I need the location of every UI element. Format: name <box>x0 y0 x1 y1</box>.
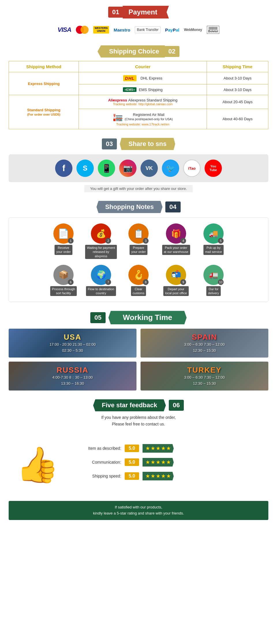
ems-courier-cell: ≡EMS≡ EMS Shipping <box>79 84 207 95</box>
step-2-label: Waiting for paymentreleased by alixpress <box>85 245 117 259</box>
turkey-times: 3:00 – 6:30 7:30 – 12:0012:30 – 15:30 <box>184 375 225 387</box>
shipping-rating-stars: ★ ★ ★ ★ ★ <box>143 472 174 480</box>
dhl-courier-cell: DHL DHL Express <box>79 72 207 84</box>
comm-rating-stars: ★ ★ ★ ★ ★ <box>143 458 174 467</box>
table-row: Express Shipping DHL DHL Express About 3… <box>9 72 268 84</box>
notes-header: Shopping Notes 04 <box>9 201 268 213</box>
payment-section-num: 01 <box>108 7 123 18</box>
facebook-icon[interactable]: f <box>55 160 72 177</box>
russia-overlay: RUSSIA 4:00-7:30 8：30 – 13:0013:30 – 16:… <box>52 366 93 387</box>
usa-card: USA 17:00 - 20:30 21:30 – 02:0002:30 – 5… <box>9 329 136 358</box>
bank-transfer-logo: Bank Transfer <box>135 26 160 33</box>
list-item: 🚚 5 Pck up bymail service <box>198 223 229 259</box>
item-rating-score: 5.0 <box>125 445 139 452</box>
share-header: 03 Share to sns <box>9 138 268 150</box>
share-section-num: 03 <box>102 138 117 149</box>
step-9-icon: 📬 9 <box>166 265 186 285</box>
spain-times: 3:00 – 6:30 7:30 – 12:0012:30 – 15:30 <box>184 342 225 354</box>
ems-logo: ≡EMS≡ <box>123 87 136 92</box>
social-icons-row: f S 📱 📷 VK 🐦 iTao YouTube <box>9 154 268 182</box>
step-7-label: Flow to destinationcountry <box>86 286 116 296</box>
turkey-overlay: TURKEY 3:00 – 6:30 7:30 – 12:0012:30 – 1… <box>184 366 225 387</box>
list-item: 💰 2 Waiting for paymentreleased by alixp… <box>85 223 117 259</box>
turkey-name: TURKEY <box>184 366 225 375</box>
ali-courier-cell: Aliexpress Aliexpress Standard Shipping … <box>79 95 207 109</box>
comm-rating-score: 5.0 <box>125 458 139 466</box>
step-7-icon: 🌍 7 <box>91 265 111 285</box>
step-6-label: Process throughsort facility <box>50 286 77 296</box>
shopping-notes-section: Shopping Notes 04 📄 1 Receiveyour order … <box>0 198 277 308</box>
maestro-logo: Maestro <box>114 27 130 32</box>
notes-row-2: 📦 6 Process throughsort facility 🌍 7 Flo… <box>15 265 262 296</box>
shipping-rating-label: Shipping speed: <box>75 474 121 478</box>
col-courier: Courier <box>79 61 207 72</box>
instagram-icon[interactable]: 📷 <box>119 160 136 177</box>
step-5-label: Pck up bymail service <box>203 245 224 255</box>
western-union-logo: WESTERNUNION <box>93 26 109 34</box>
rating-row-comm: Communication: 5.0 ★ ★ ★ ★ ★ <box>75 458 268 467</box>
notes-title: Shopping Notes <box>96 201 162 213</box>
step-5-icon: 🚚 5 <box>203 223 224 244</box>
list-item: 🎁 4 Pack your orderat our warehouse <box>160 223 192 259</box>
notes-row-1: 📄 1 Receiveyour order 💰 2 Waiting for pa… <box>15 223 262 259</box>
worktime-title: Working Time <box>108 311 187 324</box>
shipping-header: Shipping Choice 02 <box>9 45 268 58</box>
dhl-time: About 3-10 Days <box>207 72 268 84</box>
shipping-rating-score: 5.0 <box>125 472 139 480</box>
airmail-courier-cell: 🏣 Registered Air Mail(China post/epacket… <box>79 109 207 129</box>
step-3-label: Prepareyour order <box>130 245 147 255</box>
usa-times: 17:00 - 20:30 21:30 – 02:0002:30 – 5:30 <box>50 342 96 354</box>
step-8-label: Clearcustoms <box>131 286 146 296</box>
step-1-label: Receiveyour order <box>55 245 72 255</box>
ems-name: EMS Shipping <box>139 88 162 92</box>
table-row: Standard Shipping(For order over USD5) A… <box>9 95 268 109</box>
step-1-icon: 📄 1 <box>53 223 74 244</box>
step-10-icon: 🚛 10 <box>203 265 224 285</box>
worktime-section-num: 05 <box>90 312 105 323</box>
feedback-section-num: 06 <box>169 400 184 411</box>
ali-time: About 20-45 Days <box>207 95 268 109</box>
step-2-icon: 💰 2 <box>91 223 111 244</box>
youtube-icon[interactable]: YouTube <box>205 160 222 177</box>
usa-overlay: USA 17:00 - 20:30 21:30 – 02:0002:30 – 5… <box>50 333 96 354</box>
notes-box: 📄 1 Receiveyour order 💰 2 Waiting for pa… <box>9 217 268 302</box>
mastercard-logo <box>76 26 89 34</box>
item-rating-stars: ★ ★ ★ ★ ★ <box>143 444 174 453</box>
vk-icon[interactable]: VK <box>141 160 158 177</box>
feedback-footer: If satisfied with our products, kindly l… <box>9 501 268 520</box>
thumbs-up-image: 👍 <box>9 433 66 497</box>
ratings-area: Item as described: 5.0 ★ ★ ★ ★ ★ Communi… <box>75 444 268 486</box>
russia-name: RUSSIA <box>52 366 93 375</box>
turkey-card: TURKEY 3:00 – 6:30 7:30 – 12:0012:30 – 1… <box>141 362 268 391</box>
airmail-tracking: Tracking website: www.17track.net/en <box>116 123 169 126</box>
whatsapp-icon[interactable]: 📱 <box>98 160 115 177</box>
feedback-header: Five star feedback 06 <box>9 399 268 411</box>
russia-card: RUSSIA 4:00-7:30 8：30 – 13:0013:30 – 16:… <box>9 362 136 391</box>
skype-icon[interactable]: S <box>76 160 94 177</box>
payment-title: Payment <box>123 6 169 18</box>
payment-section: 01 Payment VISA WESTERNUNION Maestro Ban… <box>0 0 277 42</box>
col-shipping-time: Shipping Time <box>207 61 268 72</box>
comm-rating-label: Communication: <box>75 460 121 465</box>
list-item: 🚛 10 Our fordelivery <box>198 265 229 296</box>
itao-icon[interactable]: iTao <box>183 160 201 177</box>
rating-row-item: Item as described: 5.0 ★ ★ ★ ★ ★ <box>75 444 268 453</box>
share-title: Share to sns <box>120 138 175 150</box>
shipping-title: Shipping Choice <box>98 45 165 58</box>
feedback-subtitle: If you have any problems about the order… <box>9 414 268 427</box>
twitter-icon[interactable]: 🐦 <box>162 160 179 177</box>
boletol-logo: |||||||||||Boletol <box>207 26 220 34</box>
list-item: 🪝 8 Clearcustoms <box>123 265 154 296</box>
spain-card: SPAIN 3:00 – 6:30 7:30 – 12:0012:30 – 15… <box>141 329 268 358</box>
shipping-section: Shipping Choice 02 Shipping Method Couri… <box>0 42 277 135</box>
ali-logo: Aliexpress <box>108 98 127 102</box>
ali-shipping-name: Aliexpress Standard Shipping <box>128 98 178 102</box>
rating-row-shipping: Shipping speed: 5.0 ★ ★ ★ ★ ★ <box>75 472 268 480</box>
working-time-section: 05 Working Time USA 17:00 - 20:30 21:30 … <box>0 308 277 396</box>
shipping-section-num: 02 <box>164 46 179 57</box>
payment-header: 01 Payment <box>9 6 268 18</box>
airmail-name: Registered Air Mail(China post/epacket-o… <box>125 112 173 121</box>
worktime-grid: USA 17:00 - 20:30 21:30 – 02:0002:30 – 5… <box>9 329 268 391</box>
usa-name: USA <box>50 333 96 342</box>
notes-section-num: 04 <box>165 201 180 212</box>
